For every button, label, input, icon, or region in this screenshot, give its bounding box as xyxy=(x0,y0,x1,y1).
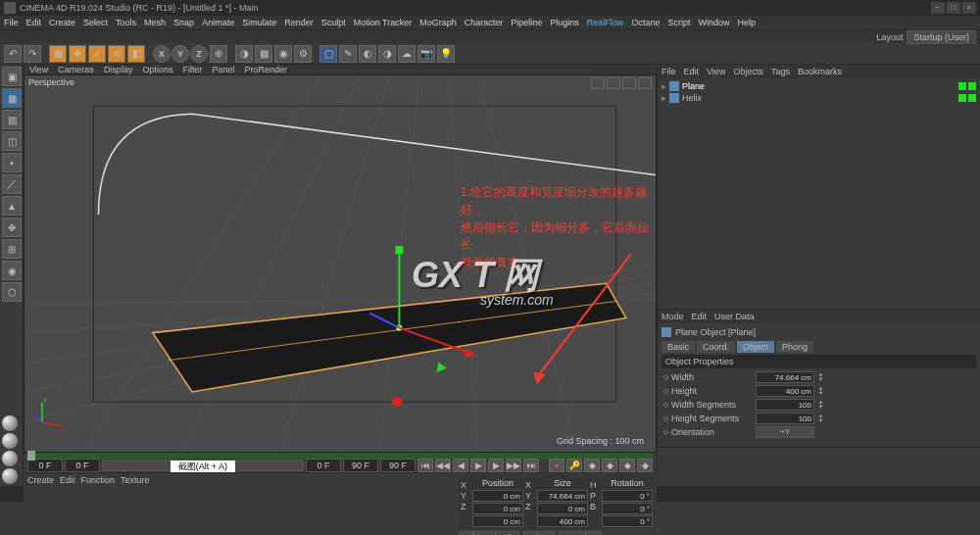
rotate-tool[interactable]: ⟲ xyxy=(108,45,125,63)
next-key-button[interactable]: ▶▶ xyxy=(506,459,521,472)
vpmenu-view[interactable]: View xyxy=(29,65,48,74)
frame-end-b-input[interactable] xyxy=(380,459,416,472)
prev-key-button[interactable]: ◀◀ xyxy=(435,459,451,472)
generator-button[interactable]: ◐ xyxy=(359,45,376,63)
key-rot-button[interactable]: ◆ xyxy=(619,459,635,472)
axis-x-toggle[interactable]: X xyxy=(153,45,171,63)
coord-input-size-x[interactable] xyxy=(537,490,588,502)
vpmenu-display[interactable]: Display xyxy=(104,65,133,74)
vp-rotate-icon[interactable] xyxy=(622,77,636,89)
prop-input-height[interactable] xyxy=(756,385,814,397)
light-button[interactable]: 💡 xyxy=(437,45,455,63)
coord-tab-texture[interactable]: Texture xyxy=(121,475,150,485)
menu-select[interactable]: Select xyxy=(83,18,108,27)
workplane-button[interactable]: ◫ xyxy=(2,131,22,151)
spinner-icon[interactable]: ‡ xyxy=(818,372,823,382)
timeline-slider[interactable] xyxy=(24,453,657,459)
undo-button[interactable]: ↶ xyxy=(4,45,22,63)
visibility-dot-icon[interactable] xyxy=(958,82,966,90)
redo-button[interactable]: ↷ xyxy=(24,45,41,63)
viewport[interactable]: Perspective xyxy=(24,74,657,453)
coord-apply-button[interactable]: Apply xyxy=(559,531,603,535)
tree-item-helix[interactable]: ▸Helix xyxy=(662,92,976,104)
render-pv-button[interactable]: ◉ xyxy=(274,45,292,63)
coord-input-rot-y[interactable] xyxy=(602,503,653,514)
maximize-button[interactable]: □ xyxy=(947,2,960,14)
snap-toggle-button[interactable]: ⊞ xyxy=(2,239,22,259)
menu-file[interactable]: File xyxy=(4,18,19,27)
camera-button[interactable]: 📷 xyxy=(417,45,435,63)
objmgr-menu-tags[interactable]: Tags xyxy=(771,67,790,76)
menu-render[interactable]: Render xyxy=(284,18,314,27)
coord-tab-edit[interactable]: Edit xyxy=(60,475,75,485)
next-frame-button[interactable]: ▶ xyxy=(488,459,504,472)
vp-zoom-icon[interactable] xyxy=(607,77,620,89)
prop-input-width-segments[interactable] xyxy=(756,399,814,411)
menu-plugins[interactable]: Plugins xyxy=(550,18,579,27)
vpmenu-filter[interactable]: Filter xyxy=(182,65,202,74)
menu-script[interactable]: Script xyxy=(667,18,690,27)
menu-mograph[interactable]: MoGraph xyxy=(419,18,457,27)
soft-select-button[interactable]: ◉ xyxy=(2,261,22,280)
attr-tab-basic[interactable]: Basic xyxy=(662,341,695,353)
spinner-icon[interactable]: ‡ xyxy=(818,413,823,423)
render-region-button[interactable]: ▦ xyxy=(255,45,272,63)
close-button[interactable]: × xyxy=(962,2,976,14)
objmgr-menu-objects[interactable]: Objects xyxy=(733,67,763,76)
menu-create[interactable]: Create xyxy=(49,18,75,27)
coord-input-size-y[interactable] xyxy=(537,503,588,514)
objmgr-menu-bookmarks[interactable]: Bookmarks xyxy=(798,67,842,76)
vpmenu-cameras[interactable]: Cameras xyxy=(58,65,94,74)
menu-tools[interactable]: Tools xyxy=(116,18,136,27)
prop-input-width[interactable] xyxy=(756,371,814,383)
vp-pan-icon[interactable] xyxy=(591,77,605,89)
tree-item-plane[interactable]: ▸Plane xyxy=(662,80,976,92)
menu-mesh[interactable]: Mesh xyxy=(144,18,166,27)
menu-help[interactable]: Help xyxy=(737,18,756,27)
coord-input-size-z[interactable] xyxy=(537,515,588,527)
coord-tab-create[interactable]: Create xyxy=(27,475,54,485)
texture-mode-button[interactable]: ▨ xyxy=(2,110,22,129)
objmgr-menu-edit[interactable]: Edit xyxy=(684,67,700,76)
material-manager[interactable] xyxy=(658,447,980,486)
frame-track[interactable]: 截图(Alt + A) xyxy=(102,460,304,471)
attr-menu-mode[interactable]: Mode xyxy=(662,312,684,321)
polygon-mode-button[interactable]: ▲ xyxy=(2,196,22,216)
vpmenu-panel[interactable]: Panel xyxy=(212,65,234,74)
menu-octane[interactable]: Octane xyxy=(631,18,660,27)
scale-tool[interactable]: ⤢ xyxy=(88,45,106,63)
layout-dropdown[interactable]: Startup (User) xyxy=(906,30,976,44)
axis-mode-button[interactable]: ✥ xyxy=(2,218,22,237)
attr-tab-phong[interactable]: Phong xyxy=(776,341,813,353)
render-settings-button[interactable]: ⚙ xyxy=(294,45,312,63)
render-dot-icon[interactable] xyxy=(968,94,976,102)
material-preview-1[interactable] xyxy=(2,415,18,431)
frame-end-a-input[interactable] xyxy=(343,459,378,472)
menu-pipeline[interactable]: Pipeline xyxy=(511,18,542,27)
frame-cur-input[interactable] xyxy=(306,459,341,472)
prop-input-height-segments[interactable] xyxy=(756,413,814,424)
coord-input-pos-x[interactable] xyxy=(472,490,523,502)
autokey-button[interactable]: 🔑 xyxy=(566,459,582,472)
visibility-dot-icon[interactable] xyxy=(958,94,966,102)
coord-input-pos-z[interactable] xyxy=(472,515,523,527)
material-preview-4[interactable] xyxy=(2,468,18,484)
attr-tab-object[interactable]: Object xyxy=(737,341,774,353)
vpmenu-prorender[interactable]: ProRender xyxy=(244,65,287,74)
make-editable-button[interactable]: ▣ xyxy=(2,67,22,86)
frame-start-a-input[interactable] xyxy=(27,459,63,472)
goto-end-button[interactable]: ⏭ xyxy=(523,459,539,472)
axis-y-toggle[interactable]: Y xyxy=(172,45,189,63)
coord-input-pos-y[interactable] xyxy=(472,503,523,514)
record-button[interactable]: ● xyxy=(549,459,564,472)
primitive-cube-button[interactable]: ▢ xyxy=(319,45,337,63)
vpmenu-options[interactable]: Options xyxy=(142,65,172,74)
menu-realflow[interactable]: RealFlow xyxy=(587,18,624,27)
coord-system-button[interactable]: ⊕ xyxy=(210,45,227,63)
recent-tool[interactable]: ◧ xyxy=(127,45,145,63)
key-scale-button[interactable]: ◆ xyxy=(602,459,617,472)
objmgr-menu-file[interactable]: File xyxy=(662,67,676,76)
menu-snap[interactable]: Snap xyxy=(173,18,194,27)
spline-button[interactable]: ✎ xyxy=(339,45,357,63)
tweak-button[interactable]: ⬡ xyxy=(2,282,22,302)
